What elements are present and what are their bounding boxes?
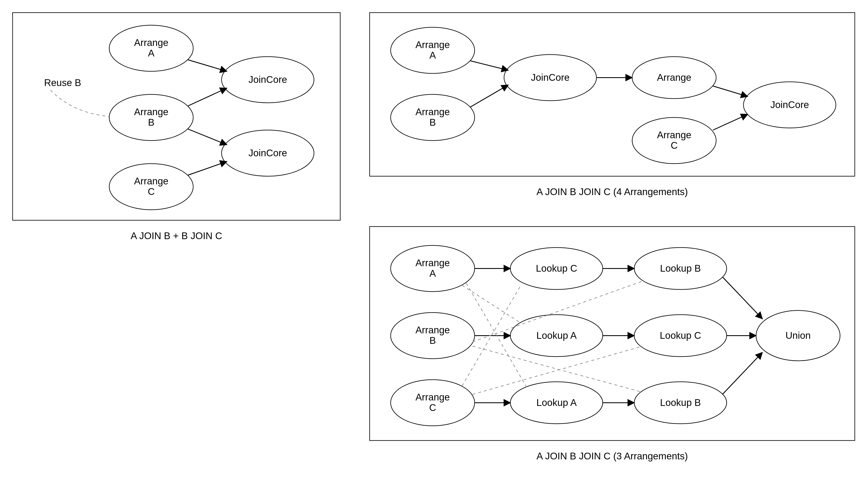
tr-edge-arr-j2: [713, 86, 748, 97]
node-arrange-c: ArrangeC: [109, 164, 193, 210]
tr-node-arrange: Arrange: [632, 57, 716, 99]
edge-b-to-join2: [188, 129, 227, 145]
tr-edge-c-j2: [713, 114, 748, 130]
caption-bottom-right: A JOIN B JOIN C (3 Arrangements): [536, 450, 688, 462]
node-joincore-2: JoinCore: [222, 130, 314, 176]
br-node-lookup-c-row1: Lookup C: [510, 247, 603, 289]
br-node-lookup-a-row3: Lookup A: [510, 382, 603, 424]
edge-b-to-join1: [188, 88, 227, 106]
br-edge-r1-union: [722, 277, 762, 319]
br-node-arrange-c: ArrangeC: [391, 380, 475, 426]
br-node-arrange-b: ArrangeB: [391, 312, 475, 359]
edge-c-to-join2: [188, 162, 227, 175]
br-node-lookup-c-row2-label: Lookup C: [660, 330, 701, 341]
br-edge-r3-union: [722, 352, 762, 394]
br-node-lookup-c-row2: Lookup C: [634, 315, 727, 356]
br-node-lookup-b-row3: Lookup B: [634, 382, 727, 424]
br-node-arrange-a: ArrangeA: [391, 245, 475, 292]
br-node-lookup-a-row2-label: Lookup A: [536, 330, 577, 341]
br-node-union-label: Union: [785, 330, 811, 341]
tr-node-arrange-label: Arrange: [657, 72, 691, 83]
tr-edge-a-j1: [470, 61, 508, 70]
tr-node-joincore-2: JoinCore: [743, 82, 836, 128]
diagram-canvas: ArrangeA JoinCore ArrangeB JoinCore Arra…: [0, 0, 868, 477]
tr-node-arrange-a: ArrangeA: [391, 27, 475, 73]
br-node-union: Union: [756, 310, 840, 361]
node-arrange-b: ArrangeB: [109, 94, 193, 140]
tr-node-arrange-c: ArrangeC: [632, 117, 716, 164]
tr-node-joincore-1: JoinCore: [504, 55, 596, 101]
br-node-lookup-b-row1: Lookup B: [634, 247, 727, 289]
node-joincore-2-label: JoinCore: [248, 147, 287, 158]
tr-node-joincore-2-label: JoinCore: [770, 99, 809, 110]
caption-top-right: A JOIN B JOIN C (4 Arrangements): [536, 186, 688, 197]
node-joincore-1-label: JoinCore: [248, 74, 287, 85]
br-node-lookup-b-row3-label: Lookup B: [660, 397, 701, 408]
edge-a-to-join1: [188, 60, 227, 71]
tr-edge-b-j1: [470, 85, 508, 107]
diagram-bottom-right: ArrangeA ArrangeB ArrangeC Lookup C Look…: [370, 227, 855, 462]
br-dash-1: [462, 285, 521, 323]
tr-node-arrange-b: ArrangeB: [391, 94, 475, 140]
node-arrange-a: ArrangeA: [109, 25, 193, 71]
node-joincore-1: JoinCore: [222, 57, 314, 103]
diagram-top-right: ArrangeA ArrangeB JoinCore Arrange Arran…: [370, 12, 855, 197]
caption-left: A JOIN B + B JOIN C: [131, 230, 222, 241]
br-node-lookup-c-row1-label: Lookup C: [536, 263, 577, 274]
reuse-b-label: Reuse B: [44, 77, 81, 88]
reuse-b-dashed-line: [51, 90, 109, 116]
br-node-lookup-a-row3-label: Lookup A: [536, 397, 577, 408]
diagram-left: ArrangeA JoinCore ArrangeB JoinCore Arra…: [12, 12, 340, 241]
tr-node-joincore-1-label: JoinCore: [531, 72, 569, 83]
br-node-lookup-a-row2: Lookup A: [510, 315, 603, 356]
br-node-lookup-b-row1-label: Lookup B: [660, 263, 701, 274]
